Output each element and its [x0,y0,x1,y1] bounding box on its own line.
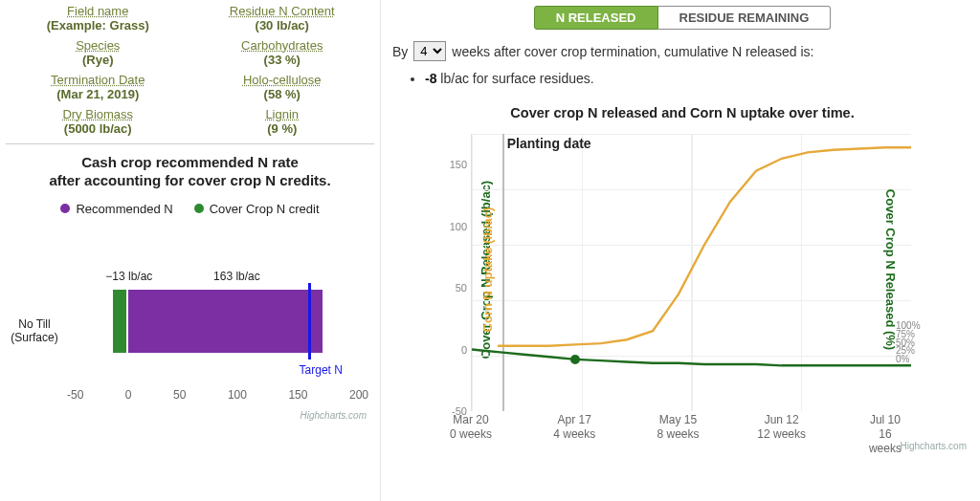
cashcrop-bar-chart: No Till (Surface) −13 lb/ac 163 lb/ac Ta… [6,233,374,415]
holo-cellulose[interactable]: Holo-cellulose (58 %) [190,73,375,101]
green-swatch-icon [194,204,204,213]
bar-plot-area: −13 lb/ac 163 lb/ac Target N [67,233,368,388]
bar-cover-crop-credit [112,289,127,354]
line-series-svg [472,134,911,411]
carbohydrates[interactable]: Carbohydrates (33 %) [190,38,375,67]
cashcrop-title: Cash crop recommended N rate after accou… [6,154,374,190]
purple-swatch-icon [60,204,70,213]
bar-rec-annot: 163 lb/ac [213,270,260,283]
line-chart-title: Cover crop N released and Corn N uptake … [392,105,972,120]
highcharts-credit-right[interactable]: Highcharts.com [901,441,967,451]
line-xaxis: Mar 200 weeksApr 174 weeksMay 158 weeksJ… [471,413,911,453]
selected-point-dot [570,355,580,364]
residue-n[interactable]: Residue N Content (30 lb/ac) [190,4,375,33]
lignin[interactable]: Lignin (9 %) [190,107,375,136]
target-n-label: Target N [300,363,343,377]
bar-recommended-n [127,289,323,354]
tab-residue-remaining[interactable]: RESIDUE REMAINING [658,6,832,30]
y-ticks-right: 100%75%50%25%0% [896,134,930,411]
line-chart: Cover Crop N Released (lb/ac) Corn N upt… [392,128,972,453]
species[interactable]: Species (Rye) [6,38,190,67]
field-name-value: (Example: Grass) [6,18,190,33]
tab-n-released[interactable]: N RELEASED [534,6,658,30]
tab-bar: N RELEASED RESIDUE REMAINING [392,6,972,30]
field-name[interactable]: Field name (Example: Grass) [6,4,190,33]
bar-credit-annot: −13 lb/ac [105,270,152,283]
result-bullet: -8 lb/ac for surface residues. [425,71,972,86]
statement-row: By 4 weeks after cover crop termination,… [392,41,972,61]
legend-recommended-n[interactable]: Recommended N [60,202,172,216]
y-ticks-left: 150100500-50 [446,134,469,411]
weeks-select[interactable]: 4 [413,41,446,61]
field-summary-grid: Field name (Example: Grass) Residue N Co… [6,4,374,144]
highcharts-credit-left[interactable]: Highcharts.com [301,410,367,421]
target-n-line [308,283,311,359]
dry-biomass[interactable]: Dry Biomass (5000 lb/ac) [6,107,190,136]
y-axis-left: Cover Crop N Released (lb/ac) Corn N upt… [392,128,454,411]
line-plot-area: Planting date [471,134,911,411]
bar-xaxis: -50050100150200 [67,388,368,409]
termination-date[interactable]: Termination Date (Mar 21, 2019) [6,73,190,101]
cashcrop-legend: Recommended N Cover Crop N credit [6,202,374,216]
field-name-label: Field name [6,4,190,18]
legend-cover-crop-credit[interactable]: Cover Crop N credit [194,202,320,216]
bar-row-label: No Till (Surface) [8,317,61,345]
